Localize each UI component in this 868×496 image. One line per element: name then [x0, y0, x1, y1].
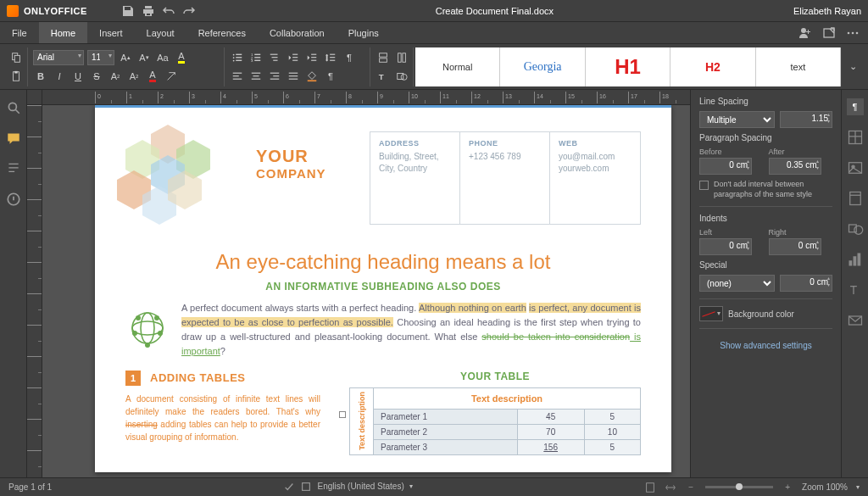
background-color-swatch[interactable]	[699, 306, 723, 321]
svg-point-75	[854, 226, 862, 234]
style-normal[interactable]: Normal	[415, 47, 500, 86]
indent-left-value[interactable]: 0 cm	[699, 238, 752, 255]
change-case-icon[interactable]: Aa	[155, 50, 170, 65]
subscript-icon[interactable]: A2	[126, 69, 142, 84]
line-spacing-value[interactable]: 1.15	[780, 111, 832, 128]
header-tab-icon[interactable]	[847, 190, 864, 207]
zoom-out-icon[interactable]: −	[685, 482, 697, 493]
table-title: YOUR TABLE	[349, 371, 641, 382]
decrease-font-icon[interactable]: A▾	[136, 50, 152, 65]
increase-indent-icon[interactable]	[304, 50, 320, 65]
table-tab-icon[interactable]	[847, 129, 864, 146]
underline-icon[interactable]: U	[70, 69, 86, 84]
add-user-icon[interactable]	[798, 26, 812, 40]
spellcheck-icon[interactable]	[283, 481, 295, 493]
paragraph-mark-icon[interactable]: ¶	[342, 50, 357, 65]
copy-icon[interactable]	[8, 50, 24, 65]
align-center-icon[interactable]	[248, 69, 264, 84]
strikethrough-icon[interactable]: S	[89, 69, 104, 84]
clear-format-icon[interactable]	[164, 69, 179, 84]
special-mode[interactable]: (none)	[699, 275, 775, 292]
same-style-checkbox[interactable]: Don't add interval between paragraphs of…	[699, 180, 832, 199]
style-heading1[interactable]: H1	[586, 47, 670, 86]
redo-icon[interactable]	[182, 4, 196, 18]
checkbox-icon[interactable]	[699, 181, 709, 190]
menu-home[interactable]: Home	[39, 22, 87, 43]
paste-icon[interactable]	[8, 69, 24, 84]
undo-icon[interactable]	[162, 4, 175, 18]
menu-insert[interactable]: Insert	[87, 22, 135, 43]
textart-tab-icon[interactable]: T	[847, 281, 864, 298]
paragraph-tab-icon[interactable]: ¶	[847, 98, 864, 115]
comments-icon[interactable]	[6, 131, 21, 146]
multilevel-list-icon[interactable]	[267, 50, 282, 65]
insert-column-icon[interactable]	[394, 50, 409, 65]
number-list-icon[interactable]: 123	[248, 50, 264, 65]
menu-layout[interactable]: Layout	[135, 22, 186, 43]
menu-references[interactable]: References	[186, 22, 258, 43]
style-text[interactable]: text	[756, 47, 841, 86]
nonprinting-icon[interactable]: ¶	[323, 69, 338, 84]
zoom-in-icon[interactable]: +	[782, 482, 793, 493]
mailmerge-tab-icon[interactable]	[847, 312, 864, 329]
special-value[interactable]: 0 cm	[780, 275, 832, 292]
print-icon[interactable]	[142, 4, 155, 18]
highlight-color-icon[interactable]: A	[174, 50, 189, 65]
font-color-icon[interactable]: A	[145, 69, 160, 84]
bold-icon[interactable]: B	[33, 69, 48, 84]
line-spacing-mode[interactable]: Multiple	[699, 111, 775, 128]
decrease-indent-icon[interactable]	[286, 50, 301, 65]
user-name[interactable]: Elizabeth Rayan	[793, 6, 861, 16]
svg-rect-25	[292, 57, 298, 58]
indent-right-value[interactable]: 0 cm	[769, 238, 821, 255]
increase-font-icon[interactable]: A▴	[118, 50, 133, 65]
before-value[interactable]: 0 cm	[699, 158, 752, 175]
align-left-icon[interactable]	[230, 69, 245, 84]
shading-icon[interactable]	[304, 69, 320, 84]
menu-plugins[interactable]: Plugins	[337, 22, 391, 43]
more-icon[interactable]	[846, 26, 860, 40]
align-right-icon[interactable]	[267, 69, 282, 84]
save-icon[interactable]	[121, 4, 135, 18]
zoom-slider[interactable]	[705, 486, 773, 488]
svg-rect-44	[289, 78, 298, 79]
chart-tab-icon[interactable]	[847, 251, 864, 268]
bullet-list-icon[interactable]	[230, 50, 245, 65]
vertical-ruler[interactable]	[27, 105, 42, 477]
shape-tab-icon[interactable]	[847, 220, 864, 237]
svg-rect-30	[330, 53, 335, 54]
horizontal-ruler[interactable]: 0123456789101112131415161718	[27, 90, 690, 105]
svg-point-65	[136, 315, 141, 320]
line-spacing-icon[interactable]	[323, 50, 338, 65]
fit-page-icon[interactable]	[644, 482, 656, 493]
insert-textart-icon[interactable]: T	[376, 69, 391, 84]
zoom-level[interactable]: Zoom 100%	[802, 482, 848, 492]
advanced-settings-link[interactable]: Show advanced settings	[699, 341, 832, 350]
language-indicator[interactable]: English (United States)	[317, 482, 403, 491]
page-indicator[interactable]: Page 1 of 1	[8, 482, 52, 492]
italic-icon[interactable]: I	[52, 69, 67, 84]
style-expand-icon[interactable]: ⌄	[843, 61, 863, 72]
menu-file[interactable]: File	[0, 22, 39, 43]
after-value[interactable]: 0.35 cm	[769, 158, 821, 175]
document-canvas[interactable]: YOUR COMPANY ADDRESS Building, Street,Ci…	[42, 105, 690, 477]
navigation-icon[interactable]	[6, 161, 21, 176]
fit-width-icon[interactable]	[665, 482, 676, 493]
menu-collaboration[interactable]: Collaboration	[258, 22, 337, 43]
style-georgia[interactable]: Georgia	[500, 47, 585, 86]
svg-rect-81	[303, 482, 310, 490]
insert-shape-icon[interactable]	[394, 69, 409, 84]
svg-point-68	[158, 331, 163, 336]
style-heading2[interactable]: H2	[670, 47, 755, 86]
insert-pagebreak-icon[interactable]	[376, 50, 391, 65]
right-rail: ¶ T	[841, 90, 868, 477]
font-size-select[interactable]	[87, 50, 114, 65]
align-justify-icon[interactable]	[286, 69, 301, 84]
image-tab-icon[interactable]	[847, 159, 864, 176]
superscript-icon[interactable]: A2	[108, 69, 123, 84]
open-location-icon[interactable]	[822, 26, 836, 40]
search-icon[interactable]	[6, 100, 21, 115]
feedback-icon[interactable]	[6, 192, 21, 207]
tracking-icon[interactable]	[300, 481, 312, 493]
font-family-select[interactable]	[33, 50, 84, 65]
